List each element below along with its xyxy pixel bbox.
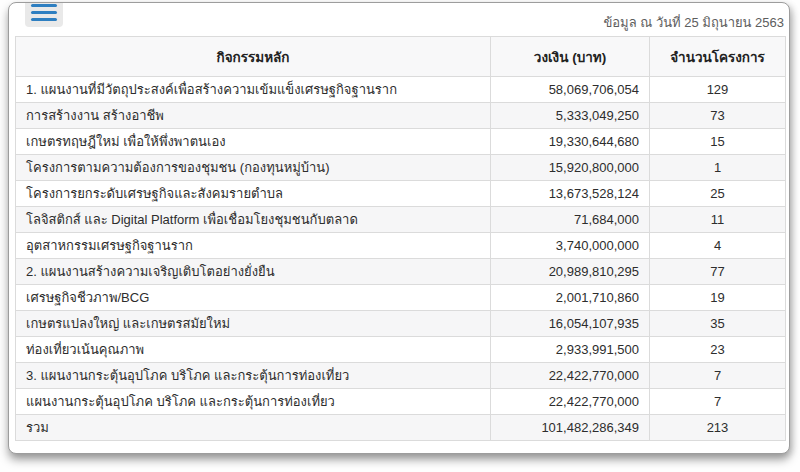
budget-cell: 13,673,528,124 [491, 181, 650, 207]
table-row: เกษตรแปลงใหญ่ และเกษตรสมัยใหม่16,054,107… [16, 311, 786, 337]
table-row: อุตสาหกรรมเศรษฐกิจฐานราก3,740,000,0004 [16, 233, 786, 259]
table-row: โลจิสติกส์ และ Digital Platform เพื่อเชื… [16, 207, 786, 233]
table-row: ท่องเที่ยวเน้นคุณภาพ2,933,991,50023 [16, 337, 786, 363]
table-row: เศรษฐกิจชีวภาพ/BCG2,001,710,86019 [16, 285, 786, 311]
project-count-cell: 213 [650, 415, 786, 441]
activity-cell: แผนงานกระตุ้นอุปโภค บริโภค และกระตุ้นการ… [16, 389, 491, 415]
project-count-cell: 7 [650, 363, 786, 389]
project-count-cell: 73 [650, 103, 786, 129]
activity-cell: เกษตรทฤษฎีใหม่ เพื่อให้พึ่งพาตนเอง [16, 129, 491, 155]
activity-cell: 3. แผนงานกระตุ้นอุปโภค บริโภค และกระตุ้น… [16, 363, 491, 389]
table-body: 1. แผนงานที่มีวัตถุประสงค์เพื่อสร้างความ… [16, 77, 786, 441]
budget-cell: 58,069,706,054 [491, 77, 650, 103]
activity-cell: 1. แผนงานที่มีวัตถุประสงค์เพื่อสร้างความ… [16, 77, 491, 103]
table-row: โครงการยกระดับเศรษฐกิจและสังคมรายตำบล13,… [16, 181, 786, 207]
table-row-total: รวม101,482,286,349213 [16, 415, 786, 441]
hamburger-icon [31, 4, 57, 7]
table-row: แผนงานกระตุ้นอุปโภค บริโภค และกระตุ้นการ… [16, 389, 786, 415]
column-header-project-count: จำนวนโครงการ [650, 37, 786, 77]
activity-cell: โครงการยกระดับเศรษฐกิจและสังคมรายตำบล [16, 181, 491, 207]
column-header-activity: กิจกรรมหลัก [16, 37, 491, 77]
project-count-cell: 7 [650, 389, 786, 415]
top-bar: ข้อมูล ณ วันที่ 25 มิถุนายน 2563 [9, 3, 789, 35]
activity-cell: รวม [16, 415, 491, 441]
table-row: 2. แผนงานสร้างความเจริญเติบโตอย่างยั่งยื… [16, 259, 786, 285]
budget-cell: 3,740,000,000 [491, 233, 650, 259]
budget-cell: 71,684,000 [491, 207, 650, 233]
project-count-cell: 23 [650, 337, 786, 363]
project-count-cell: 25 [650, 181, 786, 207]
table-row: การสร้างงาน สร้างอาชีพ5,333,049,25073 [16, 103, 786, 129]
project-count-cell: 19 [650, 285, 786, 311]
budget-cell: 22,422,770,000 [491, 363, 650, 389]
budget-table: กิจกรรมหลัก วงเงิน (บาท) จำนวนโครงการ 1.… [15, 36, 786, 441]
project-count-cell: 11 [650, 207, 786, 233]
project-count-cell: 35 [650, 311, 786, 337]
activity-cell: เกษตรแปลงใหญ่ และเกษตรสมัยใหม่ [16, 311, 491, 337]
budget-cell: 16,054,107,935 [491, 311, 650, 337]
budget-cell: 5,333,049,250 [491, 103, 650, 129]
budget-cell: 20,989,810,295 [491, 259, 650, 285]
table-row: โครงการตามความต้องการของชุมชน (กองทุนหมู… [16, 155, 786, 181]
content-card: ข้อมูล ณ วันที่ 25 มิถุนายน 2563 กิจกรรม… [8, 2, 790, 454]
project-count-cell: 15 [650, 129, 786, 155]
project-count-cell: 4 [650, 233, 786, 259]
budget-cell: 15,920,800,000 [491, 155, 650, 181]
activity-cell: อุตสาหกรรมเศรษฐกิจฐานราก [16, 233, 491, 259]
activity-cell: เศรษฐกิจชีวภาพ/BCG [16, 285, 491, 311]
budget-cell: 22,422,770,000 [491, 389, 650, 415]
budget-cell: 2,933,991,500 [491, 337, 650, 363]
table-row: 3. แผนงานกระตุ้นอุปโภค บริโภค และกระตุ้น… [16, 363, 786, 389]
column-header-budget: วงเงิน (บาท) [491, 37, 650, 77]
activity-cell: ท่องเที่ยวเน้นคุณภาพ [16, 337, 491, 363]
activity-cell: การสร้างงาน สร้างอาชีพ [16, 103, 491, 129]
project-count-cell: 1 [650, 155, 786, 181]
activity-cell: 2. แผนงานสร้างความเจริญเติบโตอย่างยั่งยื… [16, 259, 491, 285]
table-row: เกษตรทฤษฎีใหม่ เพื่อให้พึ่งพาตนเอง19,330… [16, 129, 786, 155]
table-row: 1. แผนงานที่มีวัตถุประสงค์เพื่อสร้างความ… [16, 77, 786, 103]
table-header: กิจกรรมหลัก วงเงิน (บาท) จำนวนโครงการ [16, 37, 786, 77]
budget-cell: 2,001,710,860 [491, 285, 650, 311]
project-count-cell: 77 [650, 259, 786, 285]
budget-cell: 19,330,644,680 [491, 129, 650, 155]
hamburger-menu-button[interactable] [25, 2, 63, 27]
project-count-cell: 129 [650, 77, 786, 103]
data-as-of-date-label: ข้อมูล ณ วันที่ 25 มิถุนายน 2563 [603, 12, 784, 33]
activity-cell: โครงการตามความต้องการของชุมชน (กองทุนหมู… [16, 155, 491, 181]
activity-cell: โลจิสติกส์ และ Digital Platform เพื่อเชื… [16, 207, 491, 233]
budget-cell: 101,482,286,349 [491, 415, 650, 441]
